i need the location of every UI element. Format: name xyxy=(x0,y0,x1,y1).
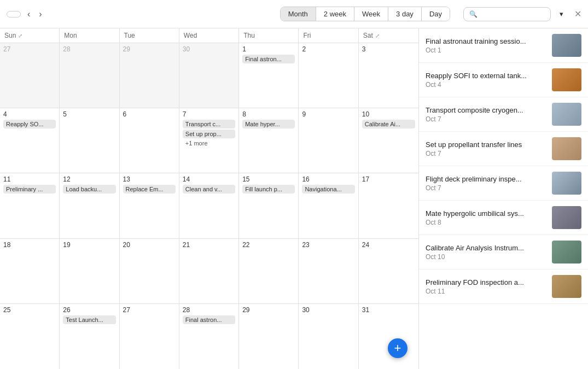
calendar-cell[interactable]: 31 xyxy=(359,304,418,369)
calendar-cell[interactable]: 24 xyxy=(359,239,418,303)
calendar-cell[interactable]: 20 xyxy=(120,239,179,303)
day-header-sat: Sat ⤢ xyxy=(359,28,418,43)
record-date: Oct 11 xyxy=(426,288,546,295)
calendar-cell[interactable]: 26Test Launch... xyxy=(60,304,119,369)
event-chip[interactable]: Reapply SO... xyxy=(3,120,56,128)
record-item[interactable]: Preliminary FOD inspection a...Oct 11 xyxy=(419,270,588,304)
record-item[interactable]: Final astronaut training sessio...Oct 1 xyxy=(419,28,588,63)
cell-date: 30 xyxy=(183,45,235,53)
calendar-cell[interactable]: 14Clean and v... xyxy=(179,173,239,238)
cell-date: 22 xyxy=(242,241,295,249)
event-chip[interactable]: Final astron... xyxy=(242,55,295,63)
day-header-tue: Tue xyxy=(120,28,179,43)
calendar-cell[interactable]: 11Preliminary ... xyxy=(0,173,60,238)
calendar-cell[interactable]: 30 xyxy=(299,304,358,369)
record-thumbnail xyxy=(552,275,581,298)
tab-2week[interactable]: 2 week xyxy=(316,7,354,21)
record-date: Oct 8 xyxy=(426,219,546,226)
day-header-fri: Fri xyxy=(299,28,358,43)
record-thumbnail xyxy=(552,103,581,126)
cell-date: 25 xyxy=(3,306,56,314)
calendar-cell[interactable]: 7Transport c...Set up prop...+1 more xyxy=(179,108,239,173)
calendar-cell[interactable]: 28Final astron... xyxy=(179,304,239,369)
calendar-cell[interactable]: 12Load backu... xyxy=(60,173,119,238)
record-title: Reapply SOFI to external tank... xyxy=(426,72,546,80)
next-button[interactable]: › xyxy=(37,7,44,21)
calendar-cell[interactable]: 13Replace Em... xyxy=(120,173,179,238)
record-item[interactable]: Set up propellant transfer linesOct 7 xyxy=(419,132,588,166)
calendar-cell[interactable]: 16Navigationa... xyxy=(299,173,358,238)
calendar-cell[interactable]: 9 xyxy=(299,108,358,173)
calendar-cell[interactable]: 27 xyxy=(120,304,179,369)
event-chip[interactable]: Load backu... xyxy=(63,185,115,194)
calendar-cell[interactable]: 30 xyxy=(179,43,239,108)
record-text: Set up propellant transfer linesOct 7 xyxy=(426,140,546,157)
cell-date: 17 xyxy=(362,175,415,183)
day-header-wed: Wed xyxy=(179,28,239,43)
calendar-week-4: 18192021222324 xyxy=(0,239,418,304)
event-chip[interactable]: Transport c... xyxy=(183,120,235,128)
cell-date: 13 xyxy=(123,175,176,183)
event-chip[interactable]: Test Launch... xyxy=(63,315,115,324)
calendar-cell[interactable]: 6 xyxy=(120,108,179,173)
event-chip[interactable]: Navigationa... xyxy=(302,185,354,194)
calendar-cell[interactable]: 8Mate hyper... xyxy=(239,108,299,173)
calendar-cell[interactable]: 19 xyxy=(60,239,119,303)
tab-month[interactable]: Month xyxy=(281,7,316,21)
cell-date: 7 xyxy=(183,110,235,118)
cell-date: 21 xyxy=(183,241,235,249)
cell-date: 29 xyxy=(123,45,176,53)
event-chip[interactable]: Fill launch p... xyxy=(242,185,295,194)
tab-day[interactable]: Day xyxy=(422,7,450,21)
event-chip[interactable]: Calibrate Ai... xyxy=(362,120,415,128)
calendar-cell[interactable]: 22 xyxy=(239,239,299,303)
record-item[interactable]: Calibrate Air Analysis Instrum...Oct 10 xyxy=(419,235,588,270)
add-button[interactable]: + xyxy=(388,338,407,358)
tab-3day[interactable]: 3 day xyxy=(388,7,422,21)
cell-date: 3 xyxy=(362,45,415,53)
calendar-cell[interactable]: 17 xyxy=(359,173,418,238)
cell-date: 14 xyxy=(183,175,235,183)
cell-date: 8 xyxy=(242,110,295,118)
more-events-link[interactable]: +1 more xyxy=(183,139,235,147)
record-title: Preliminary FOD inspection a... xyxy=(426,278,546,286)
right-panel: Final astronaut training sessio...Oct 1R… xyxy=(418,28,588,369)
cell-date: 11 xyxy=(3,175,56,183)
prev-button[interactable]: ‹ xyxy=(25,7,32,21)
calendar-cell[interactable]: 15Fill launch p... xyxy=(239,173,299,238)
calendar-cell[interactable]: 29 xyxy=(239,304,299,369)
record-thumbnail xyxy=(552,137,581,160)
record-thumbnail xyxy=(552,34,581,57)
calendar-cell[interactable]: 27 xyxy=(0,43,60,108)
calendar-cell[interactable]: 29 xyxy=(120,43,179,108)
cell-date: 15 xyxy=(242,175,295,183)
event-chip[interactable]: Preliminary ... xyxy=(3,185,56,194)
record-item[interactable]: Transport composite cryogen...Oct 7 xyxy=(419,97,588,132)
calendar-cell[interactable]: 10Calibrate Ai... xyxy=(359,108,418,173)
day-header-sun: Sun ⤢ xyxy=(0,28,60,43)
calendar-cell[interactable]: 3 xyxy=(359,43,418,108)
event-chip[interactable]: Replace Em... xyxy=(123,185,176,194)
cell-date: 1 xyxy=(242,45,295,53)
close-button[interactable]: ✕ xyxy=(574,9,581,19)
calendar-cell[interactable]: 25 xyxy=(0,304,60,369)
calendar-cell[interactable]: 21 xyxy=(179,239,239,303)
record-thumbnail xyxy=(552,206,581,229)
calendar-cell[interactable]: 4Reapply SO... xyxy=(0,108,60,173)
event-chip[interactable]: Set up prop... xyxy=(183,130,235,138)
today-button[interactable] xyxy=(7,11,21,17)
event-chip[interactable]: Mate hyper... xyxy=(242,120,295,128)
record-item[interactable]: Mate hypergolic umbilical sys...Oct 8 xyxy=(419,201,588,235)
calendar-cell[interactable]: 1Final astron... xyxy=(239,43,299,108)
calendar-cell[interactable]: 23 xyxy=(299,239,358,303)
event-chip[interactable]: Final astron... xyxy=(183,315,235,324)
search-area[interactable]: 🔍 xyxy=(463,7,551,21)
event-chip[interactable]: Clean and v... xyxy=(183,185,235,194)
record-item[interactable]: Flight deck preliminary inspe...Oct 7 xyxy=(419,166,588,201)
calendar-cell[interactable]: 18 xyxy=(0,239,60,303)
tab-week[interactable]: Week xyxy=(354,7,388,21)
record-item[interactable]: Reapply SOFI to external tank...Oct 4 xyxy=(419,63,588,97)
calendar-cell[interactable]: 5 xyxy=(60,108,119,173)
calendar-cell[interactable]: 2 xyxy=(299,43,358,108)
calendar-cell[interactable]: 28 xyxy=(60,43,119,108)
